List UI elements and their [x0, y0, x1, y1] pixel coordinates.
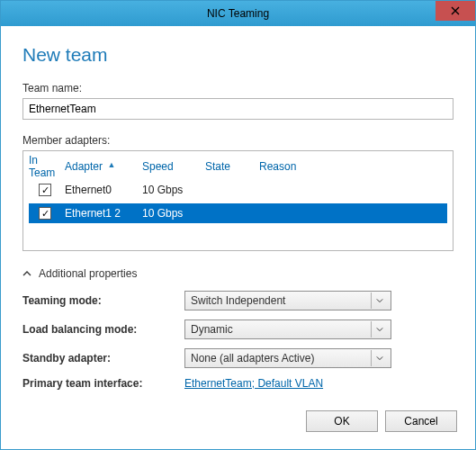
- additional-properties-label: Additional properties: [39, 267, 137, 280]
- member-adapters-label: Member adapters:: [22, 134, 454, 147]
- load-balancing-label: Load balancing mode:: [22, 323, 184, 336]
- team-name-label: Team name:: [22, 82, 454, 94]
- dialog-footer: OK Cancel: [1, 406, 475, 449]
- content-area: New team Team name: Member adapters: In …: [1, 26, 475, 406]
- titlebar: NIC Teaming: [1, 1, 475, 26]
- inteam-checkbox[interactable]: ✓: [39, 207, 51, 220]
- cell-adapter: Ethernet1 2: [61, 207, 142, 220]
- primary-interface-row: Primary team interface: EthernetTeam; De…: [22, 377, 454, 390]
- standby-adapter-dropdown[interactable]: None (all adapters Active): [184, 348, 391, 368]
- additional-properties-toggle[interactable]: Additional properties: [22, 267, 454, 280]
- cell-adapter: Ethernet0: [61, 184, 142, 196]
- teaming-mode-label: Teaming mode:: [22, 294, 184, 307]
- page-title: New team: [22, 44, 454, 66]
- col-reason[interactable]: Reason: [259, 160, 447, 173]
- member-adapters-block: Member adapters: In Team Adapter ▲ Speed…: [22, 134, 454, 251]
- cancel-button[interactable]: Cancel: [385, 410, 457, 432]
- additional-properties: Teaming mode: Switch Independent Load ba…: [22, 291, 454, 390]
- grid-header: In Team Adapter ▲ Speed State Reason: [29, 157, 447, 176]
- standby-adapter-value: None (all adapters Active): [191, 352, 314, 364]
- chevron-up-icon: [22, 269, 31, 278]
- load-balancing-dropdown[interactable]: Dynamic: [184, 320, 391, 339]
- nic-teaming-window: NIC Teaming New team Team name: Member a…: [0, 0, 476, 450]
- col-state[interactable]: State: [205, 160, 259, 173]
- cell-speed: 10 Gbps: [142, 184, 205, 196]
- standby-adapter-row: Standby adapter: None (all adapters Acti…: [22, 348, 454, 368]
- close-button[interactable]: [436, 1, 475, 21]
- standby-adapter-label: Standby adapter:: [22, 352, 184, 364]
- teaming-mode-value: Switch Independent: [191, 294, 285, 307]
- member-adapters-grid: In Team Adapter ▲ Speed State Reason ✓Et…: [22, 150, 454, 251]
- window-title: NIC Teaming: [207, 7, 269, 20]
- col-speed[interactable]: Speed: [142, 160, 205, 173]
- col-inteam[interactable]: In Team: [29, 154, 61, 179]
- chevron-down-icon: [376, 297, 383, 304]
- table-row[interactable]: ✓Ethernet010 Gbps: [29, 180, 447, 200]
- chevron-down-icon: [376, 326, 383, 333]
- teaming-mode-row: Teaming mode: Switch Independent: [22, 291, 454, 310]
- col-adapter[interactable]: Adapter ▲: [61, 160, 142, 173]
- chevron-down-icon: [376, 355, 383, 362]
- load-balancing-value: Dynamic: [191, 323, 233, 336]
- primary-interface-label: Primary team interface:: [22, 377, 184, 390]
- sort-asc-icon: ▲: [107, 160, 115, 169]
- close-icon: [451, 6, 460, 15]
- cell-speed: 10 Gbps: [142, 207, 205, 220]
- teaming-mode-dropdown[interactable]: Switch Independent: [184, 291, 391, 310]
- table-row[interactable]: ✓Ethernet1 210 Gbps: [29, 203, 447, 223]
- load-balancing-row: Load balancing mode: Dynamic: [22, 320, 454, 339]
- inteam-checkbox[interactable]: ✓: [39, 184, 51, 196]
- primary-interface-link[interactable]: EthernetTeam; Default VLAN: [184, 377, 323, 390]
- team-name-input[interactable]: [22, 98, 454, 120]
- ok-button[interactable]: OK: [306, 410, 378, 432]
